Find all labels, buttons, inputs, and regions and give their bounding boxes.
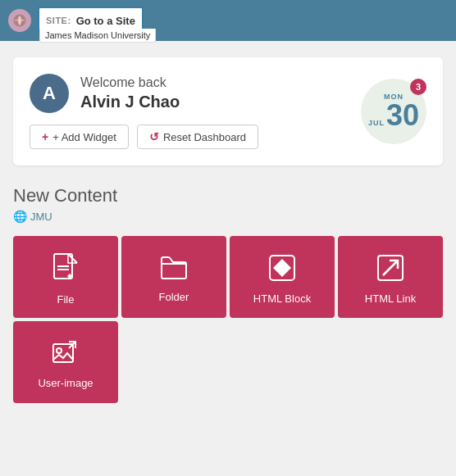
calendar-widget: MON JUL 30 3 [361,79,426,144]
add-widget-label: + Add Widget [52,131,116,143]
reset-icon: ↺ [149,130,159,143]
action-buttons: + + Add Widget ↺ Reset Dashboard [30,125,258,149]
tile-file[interactable]: File [13,236,118,318]
avatar-letter: A [43,83,56,104]
add-widget-button[interactable]: + + Add Widget [30,125,129,149]
tile-html-link[interactable]: HTML Link [338,236,443,318]
tile-user-image-label: User-image [38,377,93,389]
username: Alvin J Chao [80,91,180,112]
content-grid-row2: User-image [13,321,443,403]
institution-badge: James Madison University [39,29,156,43]
cal-month: JUL [368,120,385,127]
site-label: SITE: [46,16,71,25]
tile-folder[interactable]: Folder [121,236,226,318]
welcome-text-block: Welcome back Alvin J Chao [80,75,180,113]
welcome-user-row: A Welcome back Alvin J Chao [30,74,180,113]
reset-dashboard-button[interactable]: ↺ Reset Dashboard [137,125,258,149]
tile-html-block[interactable]: HTML Block [230,236,335,318]
site-logo [8,9,31,32]
file-icon [53,253,78,287]
svg-line-7 [383,261,398,275]
folder-icon [160,256,188,284]
tile-user-image[interactable]: User-image [13,321,118,403]
user-image-icon [52,340,79,370]
tile-html-block-label: HTML Block [253,292,311,305]
welcome-card: A Welcome back Alvin J Chao + + Add Widg… [13,57,443,165]
section-title: New Content [13,185,443,206]
tile-file-label: File [57,293,75,306]
svg-point-9 [57,348,62,353]
welcome-greeting: Welcome back [80,75,180,92]
section-sub-label: JMU [30,211,52,223]
welcome-left: A Welcome back Alvin J Chao + + Add Widg… [30,74,258,149]
html-link-icon [376,254,404,286]
svg-marker-5 [273,259,291,277]
new-content-section: New Content 🌐 JMU File [13,185,443,403]
main-content: A Welcome back Alvin J Chao + + Add Widg… [0,41,456,419]
avatar: A [30,74,69,113]
cal-badge: 3 [410,79,426,95]
globe-icon: 🌐 [13,210,27,223]
cal-date: 30 [386,101,419,130]
reset-dashboard-label: Reset Dashboard [163,131,246,143]
site-value: Go to a Site [76,15,135,27]
content-grid-row1: File Folder HTML Block [13,236,443,318]
tile-html-link-label: HTML Link [365,292,416,305]
plus-icon: + [42,130,48,143]
top-bar: SITE: Go to a Site James Madison Univers… [0,0,456,41]
section-sub: 🌐 JMU [13,210,443,223]
tile-folder-label: Folder [159,291,189,303]
html-block-icon [268,254,296,286]
